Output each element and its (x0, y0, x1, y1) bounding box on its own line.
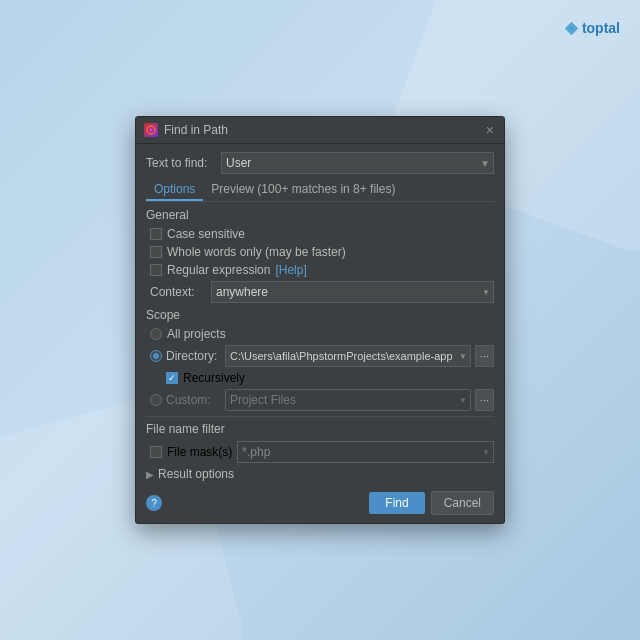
text-to-find-row: Text to find: ▼ (146, 152, 494, 174)
all-projects-label[interactable]: All projects (167, 327, 226, 341)
dialog-body: Text to find: ▼ Options Preview (100+ ma… (136, 144, 504, 523)
general-section-header: General (146, 208, 494, 222)
dialog-title-left: Find in Path (144, 123, 228, 137)
buttons-row: ? Find Cancel (146, 487, 494, 515)
file-mask-checkbox[interactable] (150, 446, 162, 458)
regex-help-link[interactable]: [Help] (275, 263, 306, 277)
whole-words-checkbox[interactable] (150, 246, 162, 258)
dialog-title-text: Find in Path (164, 123, 228, 137)
divider (146, 416, 494, 417)
recursively-label[interactable]: Recursively (183, 371, 245, 385)
case-sensitive-label[interactable]: Case sensitive (167, 227, 245, 241)
custom-browse-button[interactable]: ··· (475, 389, 494, 411)
help-button[interactable]: ? (146, 495, 162, 511)
file-mask-row: File mask(s) (146, 441, 494, 463)
find-button[interactable]: Find (369, 492, 424, 514)
regex-label[interactable]: Regular expression (167, 263, 270, 277)
result-options-row[interactable]: ▶ Result options (146, 467, 494, 481)
directory-row: Directory: C:\Users\afila\PhpstormProjec… (146, 345, 494, 367)
file-filter-section-header: File name filter (146, 422, 494, 436)
custom-row: Custom: Project Files Project Production… (146, 389, 494, 411)
tab-preview[interactable]: Preview (100+ matches in 8+ files) (203, 179, 403, 201)
scope-section-header: Scope (146, 308, 494, 322)
file-mask-label[interactable]: File mask(s) (167, 445, 232, 459)
all-projects-row: All projects (146, 327, 494, 341)
recursively-row: Recursively (146, 371, 494, 385)
text-to-find-input-wrapper: ▼ (221, 152, 494, 174)
context-row: Context: anywhere in string literals in … (146, 281, 494, 303)
tab-options[interactable]: Options (146, 179, 203, 201)
toptal-logo-icon: ◈ (565, 18, 577, 37)
text-to-find-input[interactable] (221, 152, 494, 174)
file-mask-input[interactable] (237, 441, 494, 463)
text-to-find-label: Text to find: (146, 156, 221, 170)
whole-words-label[interactable]: Whole words only (may be faster) (167, 245, 346, 259)
whole-words-row: Whole words only (may be faster) (146, 245, 494, 259)
find-in-path-dialog: Find in Path × Text to find: ▼ Options P… (135, 116, 505, 524)
directory-browse-button[interactable]: ··· (475, 345, 494, 367)
context-dropdown[interactable]: anywhere in string literals in comments (211, 281, 494, 303)
close-button[interactable]: × (484, 123, 496, 137)
context-label: Context: (150, 285, 205, 299)
regex-row: Regular expression [Help] (146, 263, 494, 277)
custom-dropdown[interactable]: Project Files Project Production Files O… (225, 389, 471, 411)
recursively-checkbox[interactable] (166, 372, 178, 384)
tabs-row: Options Preview (100+ matches in 8+ file… (146, 179, 494, 202)
result-options-arrow-icon: ▶ (146, 469, 154, 480)
toptal-logo-text: toptal (582, 20, 620, 36)
toptal-logo: ◈ toptal (565, 18, 620, 37)
directory-select[interactable]: C:\Users\afila\PhpstormProjects\example-… (225, 345, 471, 367)
regex-checkbox[interactable] (150, 264, 162, 276)
directory-dropdown[interactable]: C:\Users\afila\PhpstormProjects\example-… (225, 345, 471, 367)
case-sensitive-row: Case sensitive (146, 227, 494, 241)
all-projects-radio[interactable] (150, 328, 162, 340)
result-options-label: Result options (158, 467, 234, 481)
custom-select[interactable]: Project Files Project Production Files O… (225, 389, 471, 411)
cancel-button[interactable]: Cancel (431, 491, 494, 515)
dialog-titlebar: Find in Path × (136, 117, 504, 144)
case-sensitive-checkbox[interactable] (150, 228, 162, 240)
dialog-title-icon (144, 123, 158, 137)
directory-label: Directory: (166, 349, 221, 363)
custom-label: Custom: (166, 393, 221, 407)
context-select[interactable]: anywhere in string literals in comments (211, 281, 494, 303)
file-mask-input-wrapper (237, 441, 494, 463)
directory-radio[interactable] (150, 350, 162, 362)
custom-radio[interactable] (150, 394, 162, 406)
